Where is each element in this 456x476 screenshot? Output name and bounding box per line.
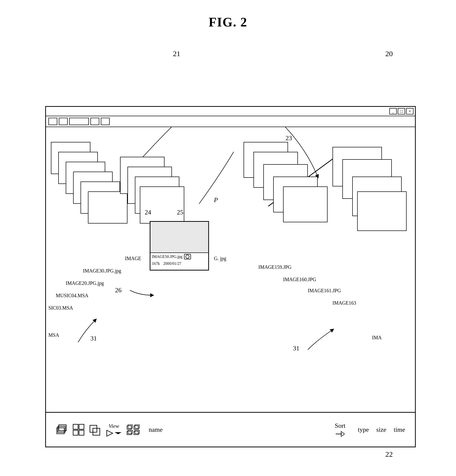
svg-rect-18 [135, 430, 139, 434]
sort-control: Sort [335, 422, 345, 437]
ref-23-label: 23 [286, 135, 292, 142]
focused-card-meta: 167k 2000/01/27 [150, 260, 208, 267]
view-icon-multi[interactable] [126, 424, 141, 436]
sort-label: Sort [335, 422, 345, 430]
ref-31b-label: 31 [293, 345, 299, 352]
toolbar-icon-5[interactable] [101, 118, 110, 125]
focused-filename: IMAGE50.JPG.jpg [152, 254, 183, 259]
thumb-card-far4 [357, 191, 407, 231]
svg-rect-3 [73, 424, 78, 429]
ref-20: 20 [385, 49, 393, 58]
figure-title: FIG. 2 [0, 0, 456, 39]
svg-rect-12 [128, 425, 132, 428]
focused-card[interactable]: IMAGE50.JPG.jpg 167k 2000/01/27 [150, 221, 209, 271]
play-icon[interactable] [106, 430, 113, 437]
svg-marker-10 [115, 432, 122, 434]
file-label-sic03: SIC03.MSA [48, 305, 73, 311]
view-icon-single[interactable] [89, 424, 101, 436]
view-label: View [109, 423, 119, 429]
file-label-image20: IMAGE20.JPG.jpg [66, 280, 104, 286]
file-label-music04: MUSIC04.MSA [56, 293, 88, 298]
ref-21: 21 [173, 49, 180, 58]
file-label-image159: IMAGE159.JPG [258, 264, 291, 270]
toolbar-icon-4[interactable] [90, 118, 99, 125]
type-button[interactable]: type [358, 426, 369, 433]
toolbar-icon-1[interactable] [48, 118, 57, 125]
svg-rect-17 [134, 431, 138, 435]
file-label-image160: IMAGE160.JPG [283, 277, 316, 282]
title-bar: _ □ × [46, 107, 415, 116]
sort-arrow[interactable] [336, 431, 345, 437]
content-area: IMAGE50.JPG.jpg 167k 2000/01/27 IMAGE G.… [46, 127, 415, 412]
file-label-image: IMAGE [125, 256, 141, 261]
thumb-card-mid4 [140, 186, 184, 224]
dropdown-arrow[interactable] [115, 432, 122, 434]
ref-31a-label: 31 [90, 335, 97, 342]
focused-size: 167k [152, 261, 160, 266]
svg-rect-7 [90, 425, 97, 432]
svg-rect-15 [127, 431, 131, 435]
svg-rect-11 [127, 426, 131, 429]
name-label: name [149, 426, 163, 433]
close-button[interactable]: × [406, 108, 414, 114]
main-window: _ □ × [45, 106, 416, 447]
svg-rect-14 [135, 425, 139, 428]
file-label-g-jpg: G. jpg [214, 256, 226, 261]
view-buttons [106, 430, 122, 437]
toolbar-row [46, 116, 415, 127]
ref-P-label: P [214, 196, 218, 204]
minimize-button[interactable]: _ [389, 108, 397, 114]
file-label-image161: IMAGE161.JPG [308, 288, 341, 294]
ref-26-label: 26 [115, 287, 122, 294]
file-label-image163: IMAGE163 [332, 300, 356, 306]
focused-date: 2000/01/27 [163, 261, 181, 266]
svg-rect-8 [93, 428, 100, 435]
focused-card-info: IMAGE50.JPG.jpg [150, 253, 208, 260]
toolbar-icon-3[interactable] [69, 118, 89, 125]
svg-rect-5 [73, 430, 78, 435]
thumb-card-back6 [88, 191, 127, 224]
view-icon-grid[interactable] [73, 424, 84, 436]
focused-card-image [150, 222, 208, 253]
camera-icon [184, 254, 191, 259]
restore-button[interactable]: □ [398, 108, 405, 114]
file-label-image30: IMAGE30.JPG.jpg [83, 268, 121, 274]
time-button[interactable]: time [394, 426, 405, 433]
file-label-msa: MSA [48, 332, 59, 338]
svg-rect-13 [134, 426, 138, 429]
toolbar-icon-2[interactable] [59, 118, 68, 125]
file-label-ima: IMA [372, 335, 382, 340]
size-button[interactable]: size [376, 426, 386, 433]
thumb-card-right5 [283, 186, 328, 222]
ref-25-label: 25 [177, 209, 183, 216]
bottom-toolbar: View [46, 412, 415, 447]
svg-rect-4 [79, 424, 84, 429]
ref-24-label: 24 [145, 209, 151, 216]
view-control: View [106, 423, 122, 437]
svg-rect-6 [79, 430, 84, 435]
view-icon-layers[interactable] [56, 424, 68, 436]
svg-marker-9 [107, 430, 113, 436]
svg-rect-16 [128, 430, 132, 434]
